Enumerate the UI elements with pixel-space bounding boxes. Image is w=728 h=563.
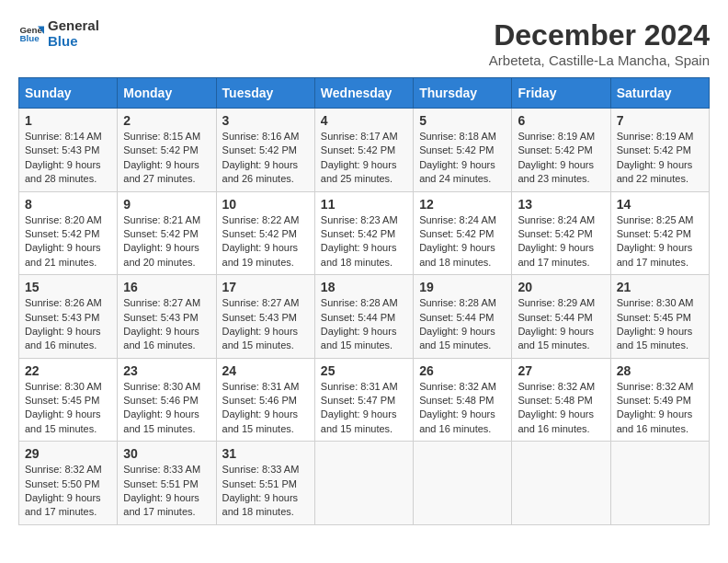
day-number: 25 (321, 363, 407, 378)
calendar-cell: 9Sunrise: 8:21 AMSunset: 5:42 PMDaylight… (118, 191, 216, 275)
calendar-cell: 13Sunrise: 8:24 AMSunset: 5:42 PMDayligh… (512, 191, 610, 275)
day-number: 1 (25, 113, 111, 128)
calendar-cell: 15Sunrise: 8:26 AMSunset: 5:43 PMDayligh… (19, 275, 118, 359)
svg-text:Blue: Blue (19, 33, 40, 43)
day-number: 23 (123, 363, 210, 378)
cell-info: Sunrise: 8:23 AMSunset: 5:42 PMDaylight:… (321, 214, 398, 268)
calendar-cell: 5Sunrise: 8:18 AMSunset: 5:42 PMDaylight… (414, 109, 512, 192)
day-number: 7 (617, 113, 703, 128)
cell-info: Sunrise: 8:33 AMSunset: 5:51 PMDaylight:… (123, 464, 200, 517)
calendar-cell: 14Sunrise: 8:25 AMSunset: 5:42 PMDayligh… (610, 191, 709, 275)
cell-info: Sunrise: 8:19 AMSunset: 5:42 PMDaylight:… (518, 131, 595, 184)
calendar-cell: 11Sunrise: 8:23 AMSunset: 5:42 PMDayligh… (314, 191, 413, 275)
calendar-cell: 28Sunrise: 8:32 AMSunset: 5:49 PMDayligh… (610, 358, 709, 442)
calendar-body: 1Sunrise: 8:14 AMSunset: 5:43 PMDaylight… (19, 109, 710, 525)
page-subtitle: Arbeteta, Castille-La Mancha, Spain (489, 52, 710, 68)
calendar-cell (314, 442, 413, 525)
cell-info: Sunrise: 8:30 AMSunset: 5:45 PMDaylight:… (25, 381, 102, 434)
cell-info: Sunrise: 8:30 AMSunset: 5:45 PMDaylight:… (617, 297, 694, 350)
header-day-thursday: Thursday (414, 78, 512, 109)
cell-info: Sunrise: 8:14 AMSunset: 5:43 PMDaylight:… (25, 131, 102, 184)
calendar-cell: 24Sunrise: 8:31 AMSunset: 5:46 PMDayligh… (216, 358, 314, 442)
calendar-week-2: 8Sunrise: 8:20 AMSunset: 5:42 PMDaylight… (19, 191, 710, 275)
cell-info: Sunrise: 8:20 AMSunset: 5:42 PMDaylight:… (25, 214, 102, 268)
cell-info: Sunrise: 8:18 AMSunset: 5:42 PMDaylight:… (419, 131, 496, 184)
calendar-cell (610, 442, 709, 525)
day-number: 2 (123, 113, 210, 128)
cell-info: Sunrise: 8:17 AMSunset: 5:42 PMDaylight:… (321, 131, 398, 184)
day-number: 10 (222, 197, 309, 212)
calendar-cell: 27Sunrise: 8:32 AMSunset: 5:48 PMDayligh… (512, 358, 610, 442)
cell-info: Sunrise: 8:32 AMSunset: 5:50 PMDaylight:… (25, 464, 102, 517)
day-number: 22 (25, 363, 111, 378)
calendar-cell (414, 442, 512, 525)
calendar-cell: 26Sunrise: 8:32 AMSunset: 5:48 PMDayligh… (414, 358, 512, 442)
calendar-cell: 3Sunrise: 8:16 AMSunset: 5:42 PMDaylight… (216, 109, 314, 192)
day-number: 3 (222, 113, 309, 128)
day-number: 24 (222, 363, 309, 378)
cell-info: Sunrise: 8:25 AMSunset: 5:42 PMDaylight:… (617, 214, 694, 268)
cell-info: Sunrise: 8:27 AMSunset: 5:43 PMDaylight:… (222, 297, 300, 350)
day-number: 30 (123, 446, 210, 461)
cell-info: Sunrise: 8:29 AMSunset: 5:44 PMDaylight:… (518, 297, 595, 350)
cell-info: Sunrise: 8:27 AMSunset: 5:43 PMDaylight:… (123, 297, 200, 350)
calendar-table: SundayMondayTuesdayWednesdayThursdayFrid… (18, 77, 710, 525)
cell-info: Sunrise: 8:15 AMSunset: 5:42 PMDaylight:… (123, 131, 200, 184)
calendar-cell: 17Sunrise: 8:27 AMSunset: 5:43 PMDayligh… (216, 275, 314, 359)
day-number: 28 (617, 363, 703, 378)
day-number: 15 (25, 280, 111, 294)
day-number: 29 (25, 446, 111, 461)
day-number: 26 (419, 363, 506, 378)
day-number: 18 (321, 280, 407, 294)
logo-icon: General Blue (18, 21, 44, 47)
title-section: December 2024 Arbeteta, Castille-La Manc… (489, 18, 710, 68)
cell-info: Sunrise: 8:16 AMSunset: 5:42 PMDaylight:… (222, 131, 300, 184)
day-number: 21 (617, 280, 703, 294)
calendar-cell: 8Sunrise: 8:20 AMSunset: 5:42 PMDaylight… (19, 191, 118, 275)
cell-info: Sunrise: 8:33 AMSunset: 5:51 PMDaylight:… (222, 464, 300, 517)
day-number: 31 (222, 446, 309, 461)
day-number: 19 (419, 280, 506, 294)
cell-info: Sunrise: 8:28 AMSunset: 5:44 PMDaylight:… (321, 297, 398, 350)
calendar-cell: 31Sunrise: 8:33 AMSunset: 5:51 PMDayligh… (216, 442, 314, 525)
day-number: 8 (25, 197, 111, 212)
day-number: 4 (321, 113, 407, 128)
calendar-cell: 1Sunrise: 8:14 AMSunset: 5:43 PMDaylight… (19, 109, 118, 192)
calendar-cell: 19Sunrise: 8:28 AMSunset: 5:44 PMDayligh… (414, 275, 512, 359)
day-number: 12 (419, 197, 506, 212)
cell-info: Sunrise: 8:24 AMSunset: 5:42 PMDaylight:… (518, 214, 595, 268)
calendar-cell: 30Sunrise: 8:33 AMSunset: 5:51 PMDayligh… (118, 442, 216, 525)
calendar-cell (512, 442, 610, 525)
calendar-cell: 10Sunrise: 8:22 AMSunset: 5:42 PMDayligh… (216, 191, 314, 275)
cell-info: Sunrise: 8:31 AMSunset: 5:47 PMDaylight:… (321, 381, 398, 434)
header-day-tuesday: Tuesday (216, 78, 314, 109)
calendar-cell: 20Sunrise: 8:29 AMSunset: 5:44 PMDayligh… (512, 275, 610, 359)
cell-info: Sunrise: 8:32 AMSunset: 5:49 PMDaylight:… (617, 381, 694, 434)
calendar-cell: 6Sunrise: 8:19 AMSunset: 5:42 PMDaylight… (512, 109, 610, 192)
header-day-sunday: Sunday (19, 78, 118, 109)
logo-line2: Blue (48, 34, 99, 50)
day-number: 13 (518, 197, 604, 212)
day-number: 9 (123, 197, 210, 212)
calendar-cell: 22Sunrise: 8:30 AMSunset: 5:45 PMDayligh… (19, 358, 118, 442)
day-number: 11 (321, 197, 407, 212)
calendar-week-4: 22Sunrise: 8:30 AMSunset: 5:45 PMDayligh… (19, 358, 710, 442)
calendar-cell: 29Sunrise: 8:32 AMSunset: 5:50 PMDayligh… (19, 442, 118, 525)
calendar-cell: 4Sunrise: 8:17 AMSunset: 5:42 PMDaylight… (314, 109, 413, 192)
calendar-cell: 16Sunrise: 8:27 AMSunset: 5:43 PMDayligh… (118, 275, 216, 359)
calendar-week-3: 15Sunrise: 8:26 AMSunset: 5:43 PMDayligh… (19, 275, 710, 359)
logo: General Blue General Blue (18, 18, 99, 49)
page-title: December 2024 (489, 18, 710, 52)
calendar-cell: 7Sunrise: 8:19 AMSunset: 5:42 PMDaylight… (610, 109, 709, 192)
cell-info: Sunrise: 8:31 AMSunset: 5:46 PMDaylight:… (222, 381, 300, 434)
calendar-cell: 2Sunrise: 8:15 AMSunset: 5:42 PMDaylight… (118, 109, 216, 192)
cell-info: Sunrise: 8:26 AMSunset: 5:43 PMDaylight:… (25, 297, 102, 350)
calendar-cell: 21Sunrise: 8:30 AMSunset: 5:45 PMDayligh… (610, 275, 709, 359)
day-number: 27 (518, 363, 604, 378)
cell-info: Sunrise: 8:28 AMSunset: 5:44 PMDaylight:… (419, 297, 496, 350)
logo-line1: General (48, 18, 99, 34)
header-day-monday: Monday (118, 78, 216, 109)
day-number: 5 (419, 113, 506, 128)
calendar-header: SundayMondayTuesdayWednesdayThursdayFrid… (19, 78, 710, 109)
day-number: 6 (518, 113, 604, 128)
